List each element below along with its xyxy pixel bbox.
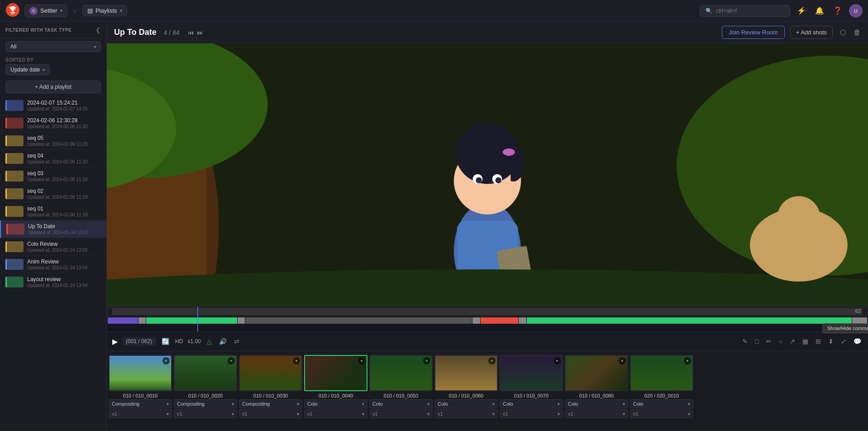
shot-close-btn[interactable]: × <box>553 357 561 364</box>
timeline-bar[interactable]: 62 <box>107 306 868 331</box>
app-logo[interactable] <box>5 3 20 19</box>
help-btn[interactable]: ❓ <box>831 4 844 18</box>
shot-task-dropdown[interactable]: Colo▾ <box>500 399 563 408</box>
shot-close-btn[interactable]: × <box>423 357 430 364</box>
playlist-date: Updated at: 2024-02-06 11:20 <box>27 177 101 182</box>
storyboard-btn[interactable]: □ <box>755 338 758 345</box>
svg-point-19 <box>777 196 820 239</box>
playlist-item-p8[interactable]: Up To DateUpdated at: 2024-01-24 13:07 <box>0 220 106 238</box>
playlist-item-p6[interactable]: seq 02Updated at: 2024-02-06 11:19 <box>0 185 106 203</box>
shot-card-s9[interactable]: ×020 / 020_0010Colo▾v1▾ <box>630 355 693 418</box>
join-review-btn[interactable]: Join Review Room <box>722 26 784 39</box>
shot-card-s7[interactable]: ×010 / 010_0070Colo▾v1▾ <box>500 355 563 418</box>
shot-card-s2[interactable]: ×010 / 010_0020Compositing▾v1▾ <box>174 355 237 418</box>
shot-close-btn[interactable]: × <box>228 357 235 364</box>
sort-btn[interactable]: Update date ▾ <box>5 64 50 75</box>
shot-version-dropdown[interactable]: v1▾ <box>109 409 172 418</box>
shot-task-dropdown[interactable]: Colo▾ <box>304 399 367 408</box>
layout-4-btn[interactable]: ⊞ <box>816 338 821 345</box>
shot-label: 010 / 010_0040 <box>304 393 367 398</box>
shot-close-btn[interactable]: × <box>358 357 365 364</box>
filter-all-btn[interactable]: All ▾ <box>5 41 101 52</box>
playlist-item-p3[interactable]: seq 05Updated at: 2024-02-06 11:20 <box>0 132 106 150</box>
timeline-cursor[interactable] <box>197 306 198 331</box>
svg-point-17 <box>107 269 868 306</box>
shot-card-s4[interactable]: ×010 / 010_0040Colo▾v1▾ <box>304 355 367 418</box>
playlist-item-p9[interactable]: Colo ReviewUpdated at: 2024-01-24 13:05 <box>0 238 106 256</box>
loop-btn[interactable]: 🔄 <box>162 338 169 345</box>
shot-task-dropdown[interactable]: Colo▾ <box>434 399 498 408</box>
playlist-item-p1[interactable]: 2024-02-07 15:24:21Updated at: 2024-02-0… <box>0 97 106 115</box>
comment-toggle-btn[interactable]: 💬 <box>854 338 861 345</box>
playlist-item-p4[interactable]: seq 04Updated at: 2024-02-06 11:20 <box>0 150 106 168</box>
annotate-btn[interactable]: ✎ <box>742 338 748 345</box>
shot-version-dropdown[interactable]: v1▾ <box>304 409 367 418</box>
playlist-item-p2[interactable]: 2024-02-06 12:30:28Updated at: 2024-02-0… <box>0 115 106 132</box>
shot-close-btn[interactable]: × <box>684 357 691 364</box>
fullscreen-btn[interactable]: ⤢ <box>841 338 846 345</box>
shot-close-btn[interactable]: × <box>488 357 496 364</box>
layout-grid-btn[interactable]: ▦ <box>802 338 808 345</box>
playlist-item-p5[interactable]: seq 03Updated at: 2024-02-06 11:20 <box>0 168 106 185</box>
shot-card-s8[interactable]: ×010 / 010_0080Colo▾v1▾ <box>565 355 628 418</box>
shot-label: 010 / 010_0050 <box>369 393 433 398</box>
shot-thumb-wrap: × <box>630 355 693 391</box>
playlist-item-p11[interactable]: Layout reviewUpdated at: 2024-01-24 13:0… <box>0 273 106 291</box>
user-avatar[interactable]: U <box>849 4 863 18</box>
search-box[interactable]: 🔍 <box>700 5 790 17</box>
shot-task-dropdown[interactable]: Compositing▾ <box>174 399 237 408</box>
arrow-btn[interactable]: ↗ <box>790 338 795 345</box>
audio-btn[interactable]: 🔊 <box>219 338 227 345</box>
shot-task-dropdown[interactable]: Colo▾ <box>369 399 433 408</box>
project-selector[interactable]: S Settler ▾ <box>24 5 67 17</box>
shot-card-s5[interactable]: ×010 / 010_0050Colo▾v1▾ <box>369 355 433 418</box>
download-btn[interactable]: ⬇ <box>828 338 834 345</box>
last-shot-btn[interactable]: ⏭ <box>197 29 203 36</box>
notifications-btn[interactable]: 🔔 <box>813 4 826 18</box>
shot-close-btn[interactable]: × <box>162 357 170 364</box>
shot-task-dropdown[interactable]: Colo▾ <box>565 399 628 408</box>
playlist-item-p7[interactable]: seq 01Updated at: 2024-02-06 11:19 <box>0 203 106 220</box>
svg-point-16 <box>503 148 515 156</box>
search-input[interactable] <box>716 8 770 14</box>
sync-btn[interactable]: ⇄ <box>234 338 239 345</box>
shot-version-dropdown[interactable]: v1▾ <box>369 409 433 418</box>
shot-card-s3[interactable]: ×010 / 010_0030Compositing▾v1▾ <box>239 355 302 418</box>
flash-icon-btn[interactable]: ⚡ <box>795 4 808 18</box>
add-shots-btn[interactable]: + Add shots <box>790 26 833 39</box>
shot-version-dropdown[interactable]: v1▾ <box>239 409 302 418</box>
delete-btn[interactable]: 🗑 <box>854 29 861 37</box>
shot-task-dropdown[interactable]: Compositing▾ <box>239 399 302 408</box>
playlist-item-p10[interactable]: Anim ReviewUpdated at: 2024-01-24 13:04 <box>0 256 106 273</box>
shot-task-dropdown[interactable]: Colo▾ <box>630 399 693 408</box>
shot-close-btn[interactable]: × <box>293 357 300 364</box>
playlist-nav-btn[interactable]: ▤ Playlists ▾ <box>82 5 127 16</box>
speed-selector[interactable]: x1.00 <box>187 338 200 345</box>
shot-task-dropdown[interactable]: Compositing▾ <box>109 399 172 408</box>
shot-card-s1[interactable]: ×010 / 010_0010Compositing▾v1▾ <box>109 355 172 418</box>
pencil-btn[interactable]: ✏ <box>766 338 772 345</box>
shot-thumb <box>566 356 627 390</box>
playlist-thumb <box>5 171 24 182</box>
shot-version-dropdown[interactable]: v1▾ <box>434 409 498 418</box>
shot-version-dropdown[interactable]: v1▾ <box>500 409 563 418</box>
comment-toggle-wrap: 💬 Show/Hide comments <box>852 338 863 345</box>
shot-close-btn[interactable]: × <box>619 357 626 364</box>
shot-thumb-wrap: × <box>174 355 237 391</box>
shot-thumb-wrap: × <box>239 355 302 391</box>
add-playlist-btn[interactable]: + Add a playlist <box>5 81 101 93</box>
volume-icon[interactable]: △ <box>207 338 212 345</box>
circle-btn[interactable]: ○ <box>779 338 782 345</box>
shot-version-dropdown[interactable]: v1▾ <box>565 409 628 418</box>
shot-version-dropdown[interactable]: v1▾ <box>630 409 693 418</box>
play-btn[interactable]: ▶ <box>112 337 118 346</box>
first-shot-btn[interactable]: ⏮ <box>188 29 194 36</box>
shot-card-s6[interactable]: ×010 / 010_0060Colo▾v1▾ <box>434 355 498 418</box>
share-btn[interactable]: ⬡ <box>840 28 846 37</box>
shot-version-dropdown[interactable]: v1▾ <box>174 409 237 418</box>
playlist-info: 2024-02-06 12:30:28Updated at: 2024-02-0… <box>27 117 101 129</box>
sidebar-collapse-btn[interactable]: ❮ <box>95 26 101 34</box>
search-icon: 🔍 <box>706 8 712 14</box>
quality-selector[interactable]: HD <box>175 338 183 345</box>
playlist-nav-label: Playlists <box>95 7 117 14</box>
